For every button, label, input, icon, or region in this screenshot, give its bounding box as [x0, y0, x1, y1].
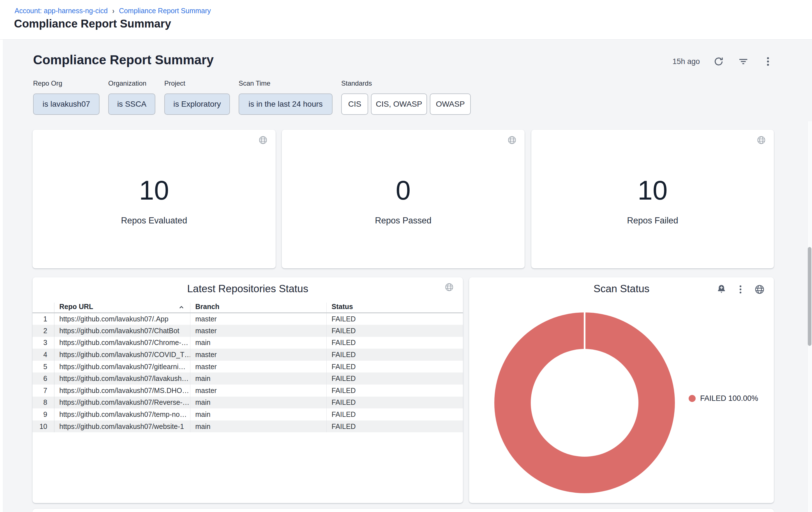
tile-value: 10	[531, 177, 774, 204]
tile-repos-failed: 10 Repos Failed	[531, 130, 774, 268]
donut-hole	[531, 349, 638, 457]
table-row[interactable]: 2 https://github.com/lavakush07/ChatBot …	[32, 325, 463, 337]
scrollbar-thumb[interactable]	[808, 247, 811, 346]
kebab-menu-icon[interactable]	[762, 56, 774, 68]
repo-url-cell: https://github.com/lavakush07/website-1	[54, 421, 190, 433]
table-row[interactable]: 5 https://github.com/lavakush07/gitlearn…	[32, 361, 463, 373]
globe-icon	[756, 135, 766, 146]
filter-group-organization: Organization is SSCA	[108, 79, 155, 115]
tile-label: Repos Evaluated	[32, 216, 276, 226]
status-cell: FAILED	[326, 325, 463, 337]
filter-label: Scan Time	[239, 79, 332, 87]
table-row[interactable]: 4 https://github.com/lavakush07/COVID_T……	[32, 349, 463, 361]
status-cell: FAILED	[326, 384, 463, 397]
status-cell: FAILED	[326, 421, 463, 433]
last-refresh-time: 15h ago	[672, 57, 700, 66]
row-number-cell: 10	[32, 421, 54, 433]
filter-label: Standards	[341, 79, 471, 87]
next-row-card-partial	[32, 509, 774, 512]
repo-url-cell: https://github.com/lavakush07/Reverse-…	[54, 397, 190, 409]
column-header-repo-url[interactable]: Repo URL	[54, 303, 190, 313]
row-number-cell: 6	[32, 373, 54, 384]
branch-cell: main	[190, 397, 326, 409]
row-number-cell: 9	[32, 408, 54, 421]
legend-dot	[689, 395, 696, 402]
status-cell: FAILED	[326, 337, 463, 349]
status-cell: FAILED	[326, 408, 463, 421]
filter-group-scan-time: Scan Time is in the last 24 hours	[239, 79, 332, 115]
globe-icon	[258, 135, 268, 146]
breadcrumb-current-link[interactable]: Compliance Report Summary	[119, 7, 211, 15]
scan-card-toolbar	[716, 284, 765, 295]
app-header: Account: app-harness-ng-cicd › Complianc…	[0, 0, 812, 39]
globe-icon	[754, 284, 765, 295]
scan-status-donut-chart[interactable]	[494, 313, 675, 493]
repositories-table: Repo URL Branch Status 1 https://github.…	[32, 303, 463, 432]
alert-bell-icon[interactable]	[716, 284, 727, 295]
row-number-cell: 1	[32, 313, 54, 325]
status-cell: FAILED	[326, 361, 463, 373]
branch-cell: main	[190, 421, 326, 433]
table-row[interactable]: 3 https://github.com/lavakush07/Chrome-……	[32, 337, 463, 349]
tile-label: Repos Failed	[531, 216, 774, 226]
branch-cell: master	[190, 349, 326, 361]
row-number-cell: 4	[32, 349, 54, 361]
filter-group-project: Project is Exploratory	[164, 79, 230, 115]
legend-item-failed[interactable]: FAILED 100.00%	[689, 394, 758, 403]
status-cell: FAILED	[326, 397, 463, 409]
table-row[interactable]: 1 https://github.com/lavakush07/.App mas…	[32, 313, 463, 325]
breadcrumb: Account: app-harness-ng-cicd › Complianc…	[14, 7, 211, 15]
sort-asc-icon	[178, 304, 185, 311]
standards-option-owasp[interactable]: OWASP	[430, 93, 471, 115]
filter-icon[interactable]	[737, 56, 749, 68]
column-header-status[interactable]: Status	[326, 303, 463, 313]
globe-icon	[507, 135, 517, 146]
row-number-cell: 5	[32, 361, 54, 373]
table-body: 1 https://github.com/lavakush07/.App mas…	[32, 313, 463, 433]
filter-label: Repo Org	[33, 79, 99, 87]
branch-cell: main	[190, 373, 326, 384]
tile-value: 0	[282, 177, 525, 204]
repo-url-cell: https://github.com/lavakush07/lavakush…	[54, 373, 190, 384]
branch-cell: main	[190, 408, 326, 421]
tile-value: 10	[32, 177, 276, 204]
table-row[interactable]: 7 https://github.com/lavakush07/MS.DHO… …	[32, 384, 463, 397]
table-row[interactable]: 9 https://github.com/lavakush07/temp-no……	[32, 408, 463, 421]
column-header-branch[interactable]: Branch	[190, 303, 326, 313]
scrollbar-track[interactable]	[807, 121, 812, 512]
breadcrumb-account-link[interactable]: Account: app-harness-ng-cicd	[14, 7, 108, 15]
repo-url-cell: https://github.com/lavakush07/MS.DHO…	[54, 384, 190, 397]
filter-chip-scan-time[interactable]: is in the last 24 hours	[239, 93, 332, 115]
refresh-icon[interactable]	[713, 56, 725, 68]
donut-slice-divider	[584, 313, 585, 349]
status-cell: FAILED	[326, 373, 463, 384]
standards-option-cis-owasp[interactable]: CIS, OWASP	[371, 93, 427, 115]
status-cell: FAILED	[326, 349, 463, 361]
standards-option-cis[interactable]: CIS	[341, 93, 368, 115]
filter-label: Project	[164, 79, 230, 87]
table-row[interactable]: 10 https://github.com/lavakush07/website…	[32, 421, 463, 433]
row-number-cell: 2	[32, 325, 54, 337]
repo-url-cell: https://github.com/lavakush07/COVID_T…	[54, 349, 190, 361]
tile-repos-passed: 0 Repos Passed	[282, 130, 525, 268]
filter-chip-project[interactable]: is Exploratory	[164, 93, 230, 115]
left-edge-strip	[0, 39, 3, 512]
table-row[interactable]: 6 https://github.com/lavakush07/lavakush…	[32, 373, 463, 384]
tile-repos-evaluated: 10 Repos Evaluated	[32, 130, 276, 268]
filter-chip-repo-org[interactable]: is lavakush07	[33, 93, 99, 115]
scan-status-card: Scan Status FAILED 100.00%	[469, 277, 774, 503]
globe-icon	[444, 282, 454, 293]
kebab-menu-icon[interactable]	[735, 284, 746, 295]
row-number-cell: 3	[32, 337, 54, 349]
repo-url-cell: https://github.com/lavakush07/.App	[54, 313, 190, 325]
tile-label: Repos Passed	[282, 216, 525, 226]
repo-url-cell: https://github.com/lavakush07/temp-no…	[54, 408, 190, 421]
latest-repositories-card: Latest Repositories Status Repo URL Bran…	[32, 277, 463, 503]
table-row[interactable]: 8 https://github.com/lavakush07/Reverse-…	[32, 397, 463, 409]
branch-cell: main	[190, 337, 326, 349]
branch-cell: master	[190, 361, 326, 373]
dashboard-toolbar: 15h ago	[672, 55, 774, 68]
row-number-cell: 8	[32, 397, 54, 409]
page-title: Compliance Report Summary	[14, 18, 171, 30]
filter-chip-organization[interactable]: is SSCA	[108, 93, 155, 115]
